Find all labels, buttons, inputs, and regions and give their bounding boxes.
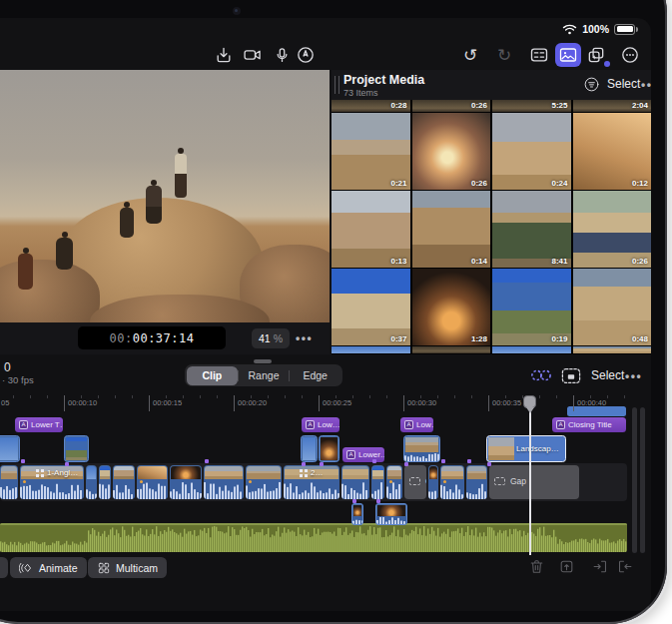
- cutoff-footer-button[interactable]: [0, 557, 8, 578]
- import-icon[interactable]: [211, 43, 237, 67]
- media-select-button[interactable]: Select: [607, 77, 640, 91]
- media-thumbnail[interactable]: 0:26: [412, 113, 491, 190]
- timeline-clip[interactable]: 1-Angl…: [20, 465, 84, 499]
- media-thumbnail[interactable]: 0:14: [412, 191, 491, 268]
- timeline-clip[interactable]: [113, 465, 135, 499]
- media-thumbnail[interactable]: [492, 346, 571, 353]
- media-thumbnail[interactable]: 8:41: [492, 191, 571, 268]
- timeline-drag-handle[interactable]: [254, 359, 272, 363]
- more-menu-icon[interactable]: [617, 43, 643, 67]
- timeline-clip[interactable]: [386, 465, 402, 499]
- media-thumbnail[interactable]: [573, 346, 652, 353]
- timeline-clip[interactable]: [428, 465, 438, 499]
- zoom-level-control[interactable]: 41 %: [252, 328, 290, 348]
- redo-icon[interactable]: ↻: [491, 43, 517, 67]
- selected-connected-clip[interactable]: Landscap…: [486, 435, 566, 462]
- timeline-select-button[interactable]: Select: [591, 368, 624, 382]
- duration-badge: 0:37: [390, 334, 406, 343]
- media-thumbnail[interactable]: 0:26: [412, 100, 491, 112]
- multicam-label: Multicam: [116, 562, 158, 574]
- timeline-clip[interactable]: [170, 465, 202, 499]
- timeline-clip[interactable]: [0, 465, 18, 499]
- timeline-clip[interactable]: [466, 465, 487, 499]
- media-browser-icon[interactable]: [555, 43, 581, 67]
- media-thumbnail[interactable]: [332, 346, 410, 353]
- effects-icon[interactable]: [583, 43, 609, 67]
- media-thumbnail[interactable]: 0:26: [573, 191, 652, 268]
- title-clip[interactable]: AClosing Title: [552, 417, 626, 432]
- media-browser-panel: Project Media 73 Items Select ••• 0:280:…: [332, 70, 651, 354]
- battery-percent: 100%: [582, 23, 609, 35]
- viewer-more-button[interactable]: •••: [296, 331, 313, 345]
- clip-waveform: [170, 479, 202, 499]
- mode-tab-range[interactable]: Range: [238, 366, 290, 385]
- timeline-clip[interactable]: [86, 465, 97, 499]
- playhead-line[interactable]: [529, 395, 531, 555]
- timeline-clip[interactable]: [204, 465, 244, 499]
- media-thumbnail[interactable]: 2:04: [573, 100, 652, 112]
- panel-resize-handle[interactable]: [335, 76, 339, 94]
- media-thumbnail[interactable]: 0:19: [492, 269, 571, 345]
- media-thumbnail[interactable]: 0:21: [332, 113, 410, 190]
- insert-left-icon[interactable]: [592, 558, 610, 576]
- split-clip-icon[interactable]: [558, 558, 576, 576]
- media-thumbnail[interactable]: 0:48: [573, 269, 652, 345]
- timeline-clip[interactable]: [99, 465, 111, 499]
- media-thumbnail[interactable]: 0:28: [332, 100, 410, 112]
- timecode-display[interactable]: 00:00:37:14: [78, 326, 226, 349]
- timeline-scrollbar[interactable]: [632, 407, 637, 553]
- timeline-clip[interactable]: [371, 465, 384, 499]
- timeline-clip[interactable]: [246, 465, 282, 499]
- microphone-icon[interactable]: [269, 43, 295, 67]
- title-clip[interactable]: ALow…: [302, 417, 339, 432]
- duration-badge: 0:26: [471, 101, 487, 110]
- media-thumbnail[interactable]: 0:13: [332, 191, 410, 268]
- title-clip[interactable]: ALow…: [400, 417, 433, 432]
- timeline-scrollbar[interactable]: [640, 407, 645, 553]
- connected-clip[interactable]: [0, 435, 20, 462]
- playhead-handle[interactable]: [523, 395, 536, 414]
- media-thumbnail[interactable]: 0:24: [492, 113, 571, 190]
- media-thumbnail[interactable]: 0:37: [332, 269, 410, 345]
- timeline-more-button[interactable]: •••: [625, 369, 642, 383]
- undo-icon[interactable]: ↺: [457, 43, 483, 67]
- connected-clip[interactable]: [403, 435, 440, 462]
- timeline-clip[interactable]: [440, 465, 464, 499]
- media-more-button[interactable]: •••: [641, 78, 651, 92]
- pencil-tool-icon[interactable]: [293, 43, 319, 67]
- animate-button[interactable]: Animate: [10, 557, 87, 578]
- mode-tab-edge[interactable]: Edge: [290, 366, 341, 385]
- clip-thumbnail: [405, 437, 438, 452]
- keyframe-dot: [23, 480, 26, 483]
- gap-clip[interactable]: Gap: [489, 465, 579, 499]
- media-item-count: 73 Items: [343, 88, 378, 98]
- music-clip[interactable]: [0, 523, 627, 552]
- camera-icon[interactable]: [240, 43, 266, 67]
- media-row: [332, 346, 651, 353]
- connected-storyline-bar[interactable]: [567, 406, 626, 416]
- inspector-icon[interactable]: [526, 43, 552, 67]
- filter-icon[interactable]: [583, 76, 600, 93]
- title-clip[interactable]: ALower…: [342, 447, 384, 462]
- delete-clip-icon[interactable]: [528, 558, 546, 576]
- connected-audio-clip[interactable]: [351, 503, 363, 525]
- insert-right-icon[interactable]: [616, 558, 634, 576]
- connected-audio-clip[interactable]: [375, 503, 407, 525]
- duration-badge: 0:26: [632, 257, 648, 266]
- media-thumbnail[interactable]: 0:12: [573, 113, 652, 190]
- browser-overlay-icon[interactable]: [559, 365, 583, 385]
- media-thumbnail[interactable]: 5:25: [492, 100, 571, 112]
- multicam-button[interactable]: Multicam: [88, 557, 167, 578]
- title-clip[interactable]: ALower T…: [15, 417, 63, 432]
- timeline-clip[interactable]: [341, 465, 369, 499]
- timeline-clip[interactable]: 2…: [284, 465, 339, 499]
- media-thumbnail[interactable]: 1:28: [412, 269, 491, 345]
- timeline-clip[interactable]: [137, 465, 168, 499]
- connected-clip[interactable]: [64, 435, 89, 462]
- connected-clip[interactable]: [301, 435, 318, 462]
- connected-clip[interactable]: [319, 435, 339, 462]
- media-thumbnail[interactable]: [412, 346, 491, 353]
- jog-wheel-icon[interactable]: [529, 365, 553, 385]
- gap-clip[interactable]: G…: [404, 465, 426, 499]
- mode-tab-clip[interactable]: Clip: [187, 366, 239, 385]
